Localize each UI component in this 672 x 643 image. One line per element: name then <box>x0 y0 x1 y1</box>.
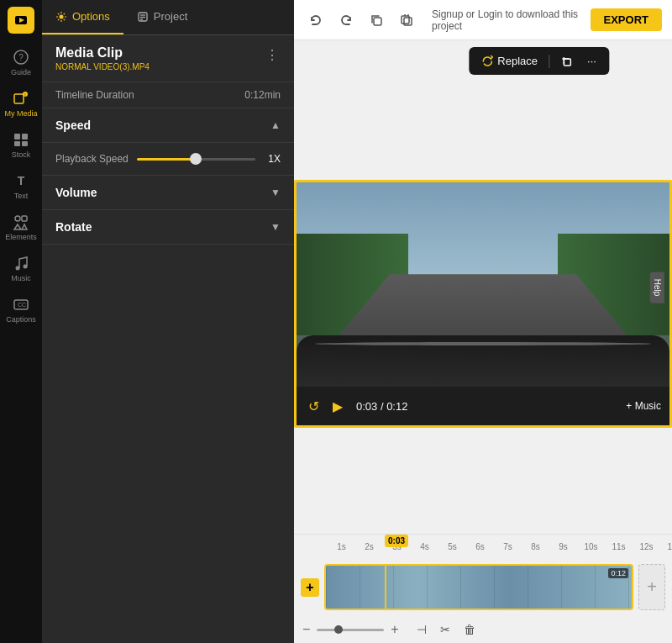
section-speed-title: Speed <box>55 119 91 132</box>
more-button[interactable]: ··· <box>583 52 601 70</box>
sidebar-item-stock[interactable]: Stock <box>0 124 42 166</box>
video-area: ↺ ▶ 0:03 / 0:12 + Music Help <box>294 40 672 534</box>
timeline-duration-value: 0:12min <box>244 89 281 101</box>
top-bar: Signup or Login to download this project… <box>294 0 672 40</box>
ruler-mark-6s: 6s <box>466 542 494 551</box>
zoom-in-button[interactable]: + <box>391 622 398 637</box>
more-icon: ··· <box>587 55 596 67</box>
sidebar-label-text: Text <box>14 192 29 200</box>
tab-options-label: Options <box>72 10 110 23</box>
ruler-mark-2s: 2s <box>355 542 383 551</box>
playback-speed-label: Playback Speed <box>55 153 129 165</box>
replace-label: Replace <box>497 55 538 67</box>
sidebar: ? Guide ! My Media Stock T Text <box>0 0 42 643</box>
svg-rect-9 <box>14 141 20 146</box>
svg-rect-25 <box>374 18 381 25</box>
sidebar-label-guide: Guide <box>11 68 31 76</box>
svg-text:CC: CC <box>18 302 26 308</box>
delete-tool-button[interactable]: 🗑 <box>459 620 480 639</box>
playback-speed-row: Playback Speed 1X <box>55 153 281 165</box>
video-controls: ↺ ▶ 0:03 / 0:12 + Music <box>297 387 669 425</box>
svg-point-20 <box>60 14 64 18</box>
time-display: 0:03 / 0:12 <box>356 400 407 413</box>
sidebar-item-my-media[interactable]: ! My Media <box>0 83 42 124</box>
svg-text:!: ! <box>24 92 25 98</box>
ruler-playhead[interactable]: 0:03 <box>385 535 408 558</box>
help-tab[interactable]: Help <box>650 271 664 303</box>
track-end-label: 0:12 <box>608 568 628 578</box>
restart-button[interactable]: ↺ <box>305 395 323 418</box>
ruler-mark-5s: 5s <box>438 542 466 551</box>
sidebar-label-my-media: My Media <box>4 109 37 118</box>
sidebar-item-music[interactable]: Music <box>0 248 42 289</box>
sidebar-item-elements[interactable]: Elements <box>0 207 42 248</box>
svg-rect-7 <box>14 134 20 140</box>
add-clip-button[interactable]: + <box>638 564 665 610</box>
svg-marker-15 <box>22 224 27 229</box>
paste-button[interactable] <box>395 10 418 30</box>
speed-slider-wrapper <box>137 158 255 161</box>
section-rotate-chevron: ▼ <box>270 221 281 233</box>
sidebar-item-text[interactable]: T Text <box>0 166 42 207</box>
cut-tool-button[interactable]: ✂ <box>436 620 454 639</box>
sidebar-label-captions: Captions <box>6 315 36 324</box>
section-rotate-title: Rotate <box>55 220 92 234</box>
speed-slider[interactable] <box>137 158 255 161</box>
svg-rect-32 <box>564 59 570 66</box>
section-speed-chevron: ▲ <box>270 119 281 131</box>
section-volume-chevron: ▼ <box>270 187 281 198</box>
svg-marker-14 <box>14 224 21 229</box>
export-button[interactable]: EXPORT <box>591 8 662 31</box>
redo-button[interactable] <box>334 10 358 30</box>
svg-rect-10 <box>22 141 28 146</box>
track-playhead[interactable] <box>385 566 386 609</box>
tab-project-label: Project <box>154 10 187 23</box>
zoom-out-button[interactable]: − <box>302 622 310 637</box>
ruler-mark-12s: 12s <box>633 542 660 551</box>
main-area: Signup or Login to download this project… <box>294 0 672 643</box>
tab-project[interactable]: Project <box>123 0 201 34</box>
split-tool-button[interactable]: ⊣ <box>412 620 431 639</box>
section-volume-header[interactable]: Volume ▼ <box>42 176 294 210</box>
video-track[interactable]: 0:12 <box>324 564 633 610</box>
svg-rect-8 <box>22 134 28 140</box>
app-logo[interactable] <box>8 7 34 34</box>
zoom-slider[interactable] <box>317 629 384 631</box>
ruler-mark-11s: 11s <box>605 542 633 551</box>
tab-options[interactable]: Options <box>42 0 123 34</box>
ruler-mark-1s: 1s <box>328 542 355 551</box>
video-frame <box>297 182 669 387</box>
sidebar-item-guide[interactable]: ? Guide <box>0 42 42 83</box>
sidebar-item-captions[interactable]: CC Captions <box>0 289 42 330</box>
ruler-marks: 1s 2s 3s 4s 5s 6s 7s 8s 9s 10s 11s 12s 1… <box>328 542 672 551</box>
svg-text:?: ? <box>18 53 24 62</box>
timeline-ruler: 1s 2s 3s 4s 5s 6s 7s 8s 9s 10s 11s 12s 1… <box>294 535 672 558</box>
undo-button[interactable] <box>304 10 328 30</box>
add-track-button[interactable]: + <box>301 578 319 597</box>
section-rotate-header[interactable]: Rotate ▼ <box>42 210 294 245</box>
sidebar-label-stock: Stock <box>12 150 31 159</box>
replace-button[interactable]: Replace <box>477 52 542 70</box>
svg-rect-4 <box>14 94 24 103</box>
ruler-mark-7s: 7s <box>494 542 522 551</box>
svg-point-16 <box>16 266 20 271</box>
toolbar-divider <box>549 55 549 68</box>
media-clip-subtitle: NORMAL VIDEO(3).MP4 <box>55 62 150 71</box>
music-button[interactable]: + Music <box>626 400 661 412</box>
media-clip-header: Media Clip NORMAL VIDEO(3).MP4 ⋮ <box>42 35 294 82</box>
section-speed-header[interactable]: Speed ▲ <box>42 108 294 143</box>
copy-button[interactable] <box>365 10 388 30</box>
crop-button[interactable] <box>556 53 576 70</box>
timeline-duration-row: Timeline Duration 0:12min <box>42 82 294 108</box>
timeline-duration-label: Timeline Duration <box>55 89 134 101</box>
ruler-mark-4s: 4s <box>411 542 438 551</box>
media-clip-title: Media Clip <box>55 45 150 61</box>
signup-text: Signup or Login to download this project <box>432 8 584 32</box>
timeline-track-area: + 0:12 + <box>294 558 672 616</box>
track-thumbnail <box>326 566 632 609</box>
more-options-button[interactable]: ⋮ <box>264 45 281 65</box>
play-button[interactable]: ▶ <box>329 395 346 418</box>
section-volume-title: Volume <box>55 186 97 199</box>
playhead-label: 0:03 <box>385 535 408 547</box>
panel-tabs: Options Project <box>42 0 294 35</box>
